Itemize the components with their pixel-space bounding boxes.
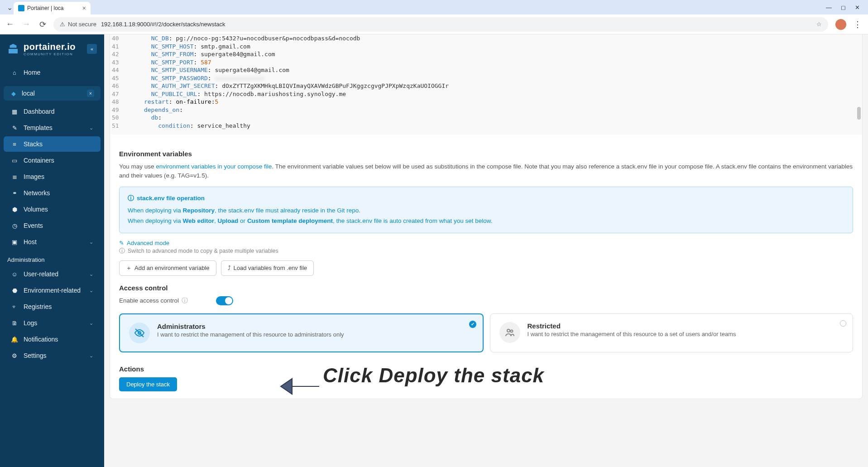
edit-icon: ✎ xyxy=(119,240,124,246)
code-body[interactable]: NC_DB: pg://noco-pg:5432?u=nocodbuser&p=… xyxy=(125,34,862,135)
access-option-administrators[interactable]: Administrators I want to restrict the ma… xyxy=(119,313,484,352)
svg-point-2 xyxy=(507,329,510,332)
actions-title: Actions xyxy=(119,365,853,373)
nav-notifications[interactable]: 🔔Notifications xyxy=(4,332,101,347)
nav-env-related[interactable]: ⬣Environment-related⌄ xyxy=(4,283,101,298)
chevron-down-icon: ⌄ xyxy=(89,125,93,131)
info-icon: ⓘ xyxy=(119,247,125,255)
access-option-restricted[interactable]: Restricted I want to restrict the manage… xyxy=(490,313,854,352)
access-control-title: Access control xyxy=(119,284,853,292)
nav-stacks[interactable]: ≡Stacks xyxy=(4,136,101,152)
url-text: 192.168.1.18:9000/#!/2/docker/stacks/new… xyxy=(101,21,225,28)
check-icon: ✔ xyxy=(469,321,476,328)
tab-favicon xyxy=(18,5,24,11)
line-gutter: 404142434445464748495051 xyxy=(110,34,125,135)
profile-avatar[interactable] xyxy=(835,19,846,30)
nav-networks[interactable]: ⚭Networks xyxy=(4,185,101,201)
browser-tab[interactable]: Portainer | loca × xyxy=(14,2,91,14)
brand-edition: Community Edition xyxy=(24,52,76,56)
sidebar-collapse-button[interactable]: « xyxy=(87,44,97,54)
networks-icon: ⚭ xyxy=(11,190,18,197)
nav-containers[interactable]: ▭Containers xyxy=(4,153,101,168)
svg-point-3 xyxy=(510,330,513,332)
access-control-toggle[interactable] xyxy=(216,296,233,305)
back-button[interactable]: ← xyxy=(5,19,15,30)
admin-header: Administration xyxy=(0,250,104,266)
eye-off-icon xyxy=(129,323,150,343)
nav-user-related[interactable]: ☺User-related⌄ xyxy=(4,266,101,282)
users-icon: ☺ xyxy=(11,271,18,278)
nav-events[interactable]: ◷Events xyxy=(4,218,101,233)
browser-toolbar: ← → ⟳ ⚠ Not secure 192.168.1.18:9000/#!/… xyxy=(0,14,868,34)
info-icon: ⓘ xyxy=(128,193,134,204)
templates-icon: ✎ xyxy=(11,125,18,131)
stacks-icon: ≡ xyxy=(11,141,18,148)
restricted-option-desc: I want to restrict the management of thi… xyxy=(528,331,736,337)
brand-name: portainer.io xyxy=(24,42,76,52)
window-maximize-icon[interactable]: ◻ xyxy=(841,4,846,11)
upload-icon: ⤴ xyxy=(228,265,231,271)
editor-scrollbar[interactable] xyxy=(857,107,861,120)
load-env-file-button[interactable]: ⤴Load variables from .env file xyxy=(221,260,314,276)
nav-host[interactable]: ▣Host⌄ xyxy=(4,234,101,250)
volumes-icon: ⬢ xyxy=(11,206,18,213)
sidebar: portainer.io Community Edition « ⌂ Home … xyxy=(0,34,104,467)
bell-icon: 🔔 xyxy=(11,336,18,343)
window-controls: — ◻ ✕ xyxy=(826,4,864,11)
gear-icon: ⚙ xyxy=(11,352,18,359)
host-icon: ▣ xyxy=(11,239,18,246)
nav-registries[interactable]: ᯤRegistries xyxy=(4,299,101,314)
deploy-stack-button[interactable]: Deploy the stack xyxy=(119,377,177,391)
security-indicator[interactable]: ⚠ Not secure xyxy=(60,21,96,28)
help-icon[interactable]: ⓘ xyxy=(182,297,188,305)
nav-dashboard[interactable]: ▦Dashboard xyxy=(4,104,101,119)
add-env-var-button[interactable]: ＋Add an environment variable xyxy=(119,260,216,276)
env-close-icon[interactable]: × xyxy=(87,90,94,97)
nav-settings[interactable]: ⚙Settings⌄ xyxy=(4,348,101,363)
advanced-mode-link[interactable]: ✎Advanced mode xyxy=(119,240,853,246)
chevron-down-icon: ⌄ xyxy=(89,288,93,294)
access-toggle-label: Enable access control xyxy=(119,297,179,304)
logs-icon: 🗎 xyxy=(11,320,18,327)
registries-icon: ᯤ xyxy=(11,303,18,310)
nav-images[interactable]: ≣Images xyxy=(4,169,101,184)
admin-option-desc: I want to restrict the management of thi… xyxy=(157,331,344,338)
plus-icon: ＋ xyxy=(126,264,132,272)
chrome-menu-icon[interactable]: ⋮ xyxy=(852,19,863,29)
portainer-logo-icon xyxy=(6,42,20,56)
restricted-option-title: Restricted xyxy=(528,322,736,330)
compose-editor[interactable]: 404142434445464748495051 NC_DB: pg://noc… xyxy=(110,34,862,135)
logo: portainer.io Community Edition « xyxy=(0,38,104,64)
admin-option-title: Administrators xyxy=(157,323,344,330)
window-close-icon[interactable]: ✕ xyxy=(855,4,860,11)
tab-dropdown[interactable]: ⌄ xyxy=(5,3,14,11)
window-minimize-icon[interactable]: — xyxy=(826,4,832,11)
dashboard-icon: ▦ xyxy=(11,108,18,115)
forward-button[interactable]: → xyxy=(21,19,32,30)
chevron-down-icon: ⌄ xyxy=(89,353,93,359)
address-bar[interactable]: ⚠ Not secure 192.168.1.18:9000/#!/2/dock… xyxy=(53,17,828,32)
stack-env-info-box: ⓘstack.env file operation When deploying… xyxy=(119,187,853,233)
nav-home[interactable]: ⌂ Home xyxy=(4,65,101,80)
env-help-text: You may use environment variables in you… xyxy=(119,162,853,181)
nav-templates[interactable]: ✎Templates⌄ xyxy=(4,120,101,135)
warning-icon: ⚠ xyxy=(60,21,65,28)
advanced-hint: ⓘSwitch to advanced mode to copy & paste… xyxy=(119,247,853,255)
docker-icon: ◆ xyxy=(10,90,17,97)
containers-icon: ▭ xyxy=(11,157,18,164)
chevron-down-icon: ⌄ xyxy=(89,320,93,326)
tab-close-icon[interactable]: × xyxy=(82,5,86,12)
images-icon: ≣ xyxy=(11,173,18,180)
env-vars-title: Environment variables xyxy=(119,150,853,158)
env-vars-doc-link[interactable]: environment variables in your compose fi… xyxy=(156,163,272,170)
environment-pill[interactable]: ◆ local × xyxy=(4,86,101,101)
nav-volumes[interactable]: ⬢Volumes xyxy=(4,202,101,217)
main-content: 404142434445464748495051 NC_DB: pg://noc… xyxy=(104,34,868,467)
reload-button[interactable]: ⟳ xyxy=(37,19,48,30)
env-icon: ⬣ xyxy=(11,287,18,294)
chevron-down-icon: ⌄ xyxy=(89,239,93,245)
radio-unchecked-icon xyxy=(840,320,846,327)
nav-logs[interactable]: 🗎Logs⌄ xyxy=(4,315,101,331)
chevron-down-icon: ⌄ xyxy=(89,271,93,277)
bookmark-icon[interactable]: ☆ xyxy=(816,21,822,28)
